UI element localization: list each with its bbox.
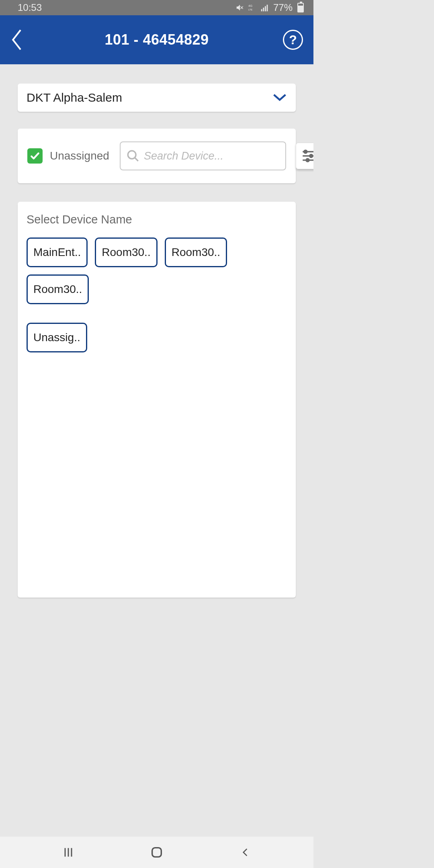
search-input[interactable]: [144, 150, 280, 162]
filter-panel: Unassigned: [18, 129, 296, 183]
svg-rect-2: [261, 9, 262, 11]
device-chip[interactable]: Room30..: [27, 274, 89, 304]
device-chip[interactable]: Unassig..: [27, 323, 87, 352]
back-button[interactable]: [10, 28, 31, 52]
svg-text:LTE: LTE: [248, 8, 252, 11]
device-chip-row: Unassig..: [27, 323, 287, 352]
device-chip-row: MainEnt.. Room30.. Room30.. Room30..: [27, 237, 287, 304]
unassigned-label: Unassigned: [50, 149, 109, 162]
mute-icon: [235, 3, 244, 12]
status-time: 10:53: [18, 2, 42, 13]
unassigned-checkbox[interactable]: [27, 148, 43, 164]
svg-point-13: [306, 159, 309, 162]
signal-icon: [260, 3, 269, 12]
status-icons: 4GLTE 77%: [235, 2, 304, 13]
location-selected-label: DKT Alpha-Salem: [27, 91, 122, 104]
svg-point-6: [128, 151, 136, 159]
network-4g-icon: 4GLTE: [248, 4, 256, 12]
svg-rect-5: [267, 5, 268, 12]
chevron-left-icon: [10, 29, 24, 51]
svg-point-11: [310, 155, 313, 158]
svg-rect-4: [265, 6, 266, 11]
device-chip[interactable]: Room30..: [95, 237, 157, 267]
device-list-card: Select Device Name MainEnt.. Room30.. Ro…: [18, 202, 296, 598]
svg-point-9: [304, 150, 307, 153]
help-button[interactable]: ?: [283, 30, 303, 50]
status-bar: 10:53 4GLTE 77%: [0, 0, 313, 15]
page-title: 101 - 46454829: [104, 31, 209, 48]
search-field-wrap[interactable]: [120, 141, 286, 170]
app-header: 101 - 46454829 ?: [0, 15, 313, 64]
chevron-down-icon: [272, 93, 287, 102]
svg-rect-3: [263, 8, 264, 11]
device-chip[interactable]: MainEnt..: [27, 237, 88, 267]
filter-settings-button[interactable]: [296, 143, 313, 169]
sliders-icon: [301, 147, 313, 164]
check-icon: [30, 151, 40, 161]
battery-icon: [297, 3, 304, 12]
question-icon: ?: [289, 33, 297, 47]
device-chip[interactable]: Room30..: [165, 237, 227, 267]
search-icon: [126, 149, 140, 163]
svg-line-7: [135, 158, 138, 161]
svg-text:4G: 4G: [248, 4, 252, 8]
device-heading: Select Device Name: [27, 213, 287, 226]
location-dropdown[interactable]: DKT Alpha-Salem: [18, 84, 296, 112]
battery-percent: 77%: [273, 2, 293, 13]
